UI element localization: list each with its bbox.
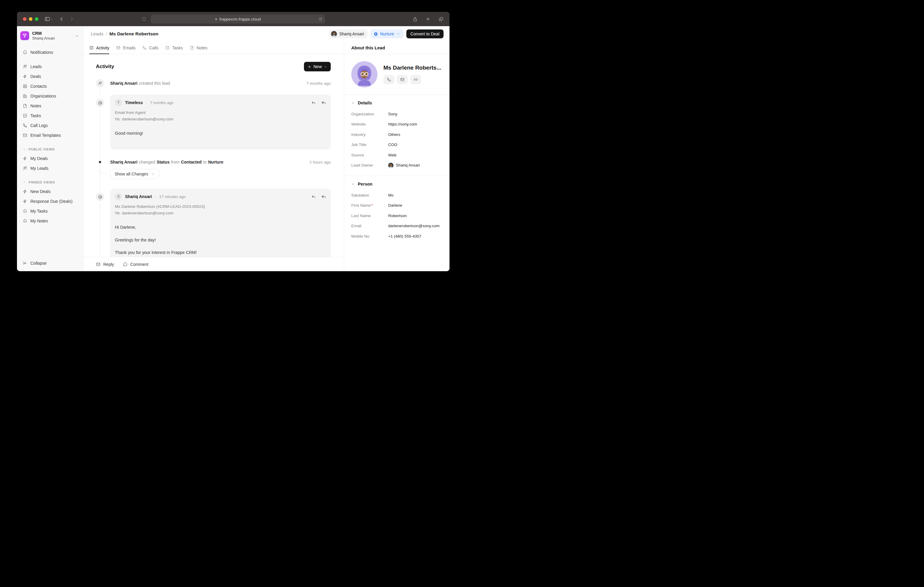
field-row-first-name[interactable]: First Name* Darlene [351,201,442,211]
status-label: Nurture [380,31,394,36]
new-value: Nurture [208,159,223,164]
call-lead-button[interactable] [383,75,394,84]
sidebar-nav: Notifications Leads Deals Contacts Organ… [19,48,81,140]
workspace-switcher[interactable]: CRM Shariq Ansari [19,29,81,43]
email-paragraph: Greetings for the day! [115,237,326,243]
sidebar-item-call-logs[interactable]: Call Logs [19,121,81,130]
email-card[interactable]: T Timeless · 7 months ago [110,95,331,150]
sidebar-item-deals[interactable]: Deals [19,72,81,81]
bell-icon [23,50,27,55]
workspace-user-name: Shariq Ansari [32,36,72,41]
field-row-last-name[interactable]: Last NameRobertson [351,210,442,221]
collapse-sidebar-button[interactable]: Collapse [19,258,81,268]
email-lead-button[interactable] [397,75,408,84]
users-icon [23,166,27,171]
tab-activity[interactable]: Activity [89,42,109,54]
share-button[interactable] [412,16,417,22]
section-pinned-views[interactable]: PINNED VIEWS [19,178,81,186]
field-row-email[interactable]: Emaildarlenerobertson@sony.com [351,221,442,231]
field-row-website[interactable]: Websitehttps://sony.com [351,119,442,130]
field-row-industry[interactable]: IndustryOthers [351,129,442,140]
reply-all-button[interactable] [321,194,326,199]
field-row-mobile-no[interactable]: Mobile No+1 (480) 555-4357 [351,231,442,242]
convert-to-deal-button[interactable]: Convert to Deal [406,30,444,38]
assignee-chip[interactable]: Shariq Ansari [329,30,368,38]
field-label: Organization [351,112,388,116]
activity-feed[interactable]: Activity New [83,54,344,257]
copy-link-button[interactable] [410,75,421,84]
tab-overview-button[interactable] [439,16,444,22]
timeline-dot [99,161,101,163]
reply-button[interactable] [311,100,316,105]
sidebar-item-notes[interactable]: Notes [19,101,81,111]
sender-name: Shariq Ansari [125,194,152,199]
field-value: +1 (480) 555-4357 [388,234,421,238]
sidebar-item-my-notes[interactable]: My Notes [19,217,81,226]
field-row-lead-owner[interactable]: Lead Owner Shariq Ansari [351,160,442,171]
minimize-window-button[interactable] [29,17,33,21]
details-section-header[interactable]: Details [351,100,442,105]
forward-button[interactable] [69,16,74,22]
field-row-organization[interactable]: OrganizationSony [351,109,442,119]
fullscreen-window-button[interactable] [35,17,38,21]
address-bar[interactable]: frappecrm.frappe.cloud [151,15,325,23]
new-tab-button[interactable] [426,16,431,21]
reply-all-button[interactable] [321,100,326,105]
lead-name: Ms Darlene Roberts... [383,64,441,71]
comment-action-button[interactable]: Comment [123,262,148,267]
status-dropdown[interactable]: Nurture [371,30,403,38]
users-icon [96,79,104,87]
sidebar-toggle-button[interactable] [45,16,50,22]
person-section-header[interactable]: Person [351,182,442,186]
sidebar-item-my-deals[interactable]: My Deals [19,154,81,163]
lead-avatar[interactable] [351,61,378,87]
show-all-changes-button[interactable]: Show all Changes [110,169,159,179]
sidebar-item-contacts[interactable]: Contacts [19,82,81,91]
back-button[interactable] [59,16,64,22]
sidebar-item-response-due-deals[interactable]: Response Due (Deals) [19,197,81,206]
owner-avatar [388,163,394,168]
sidebar-item-my-tasks[interactable]: My Tasks [19,207,81,216]
sidebar-item-email-templates[interactable]: Email Templates [19,131,81,140]
field-value: Web [388,153,396,157]
section-public-views[interactable]: PUBLIC VIEWS [19,145,81,153]
reply-action-button[interactable]: Reply [96,262,114,267]
sidebar-item-new-deals[interactable]: New Deals [19,187,81,196]
sidebar-chevron-icon[interactable] [50,18,54,21]
section-title: Person [358,182,372,186]
mail-icon [96,262,101,267]
zap-icon [23,189,27,194]
privacy-shield-icon[interactable] [142,16,147,21]
tab-emails[interactable]: Emails [116,42,135,54]
reload-button[interactable] [318,17,322,21]
browser-titlebar: frappecrm.frappe.cloud [17,12,449,26]
new-activity-button[interactable]: New [304,62,331,71]
field-value: https://sony.com [388,122,417,127]
field-row-salutation[interactable]: SalutationMs [351,190,442,201]
chevron-down-icon [23,148,26,151]
sidebar-item-leads[interactable]: Leads [19,62,81,71]
reply-button[interactable] [311,194,316,199]
sidebar-item-label: Call Logs [30,123,48,128]
status-ring-icon [374,32,378,36]
zap-icon [23,74,27,79]
field-row-source[interactable]: SourceWeb [351,150,442,160]
tab-tasks[interactable]: Tasks [165,42,183,54]
sidebar-item-my-leads[interactable]: My Leads [19,164,81,173]
crm-app-logo [20,31,29,40]
email-card[interactable]: S Shariq Ansari · 17 minutes ago [110,189,331,257]
tab-calls[interactable]: Calls [142,42,158,54]
field-row-job-title[interactable]: Job TitleCOO [351,140,442,150]
chevron-down-icon [151,172,155,176]
breadcrumb-leads-link[interactable]: Leads [91,31,103,36]
sidebar-item-label: My Notes [30,219,48,223]
sidebar-item-organizations[interactable]: Organizations [19,92,81,101]
tab-notes[interactable]: Notes [190,42,208,54]
timeline-email-item: T Timeless · 7 months ago [96,95,331,150]
close-window-button[interactable] [23,17,26,21]
separator-dot: · [146,100,147,105]
to-label: TO: [115,211,120,215]
sidebar-item-tasks[interactable]: Tasks [19,111,81,120]
sidebar-item-notifications[interactable]: Notifications [19,48,81,57]
timeline-event-status-change: Shariq Ansari changed Status from Contac… [96,159,331,164]
